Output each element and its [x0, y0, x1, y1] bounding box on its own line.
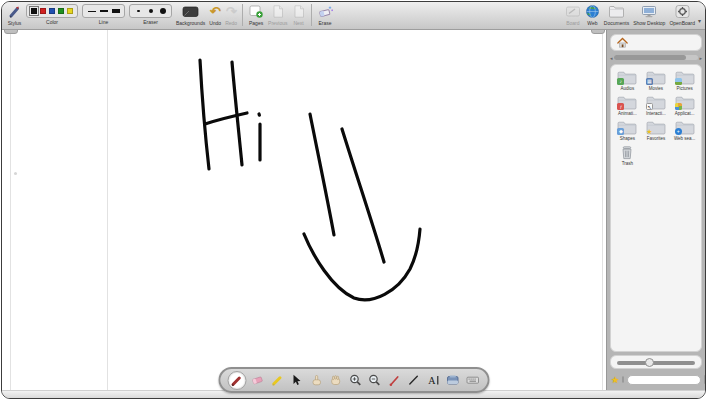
documents-mode-button[interactable]: Documents — [604, 4, 629, 26]
show-desktop-mode-button[interactable]: Show Desktop — [633, 4, 665, 26]
library-item-movies[interactable]: ▦Movies — [642, 70, 671, 92]
scrollbar-track[interactable] — [614, 55, 699, 60]
eraser-group: Eraser — [129, 4, 172, 25]
marker-icon — [270, 373, 284, 387]
library-item-trash[interactable]: Trash — [613, 145, 642, 167]
web-label: Web — [587, 20, 597, 26]
selector-tool[interactable] — [289, 372, 305, 388]
color-swatches — [26, 4, 78, 18]
library-item-interactivities[interactable]: ↖Interacti... — [642, 95, 671, 117]
library-panel: ◂ ▸ ♪Audios▦MoviesPicturesfAnimati...↖In… — [606, 30, 705, 390]
library-path-scrollbar[interactable]: ◂ ▸ — [610, 54, 702, 61]
zoom-out-tool[interactable] — [367, 372, 383, 388]
pages-button[interactable]: Pages — [248, 4, 264, 26]
hand-tool[interactable] — [328, 372, 344, 388]
eraser-options — [129, 4, 172, 18]
page-boundary-right — [602, 30, 603, 390]
undo-button[interactable]: ↶ Undo — [209, 4, 221, 26]
library-item-audios[interactable]: ♪Audios — [613, 70, 642, 92]
toolbar-overflow-caret[interactable]: ▾ — [698, 17, 701, 24]
pages-icon — [248, 4, 264, 19]
library-item-favorites[interactable]: ★Favorites — [642, 120, 671, 142]
scroll-right-arrow-icon[interactable]: ▸ — [699, 55, 702, 61]
zoom-in-tool[interactable] — [347, 372, 363, 388]
eraser-label: Eraser — [143, 19, 158, 25]
eraser-size-large[interactable] — [158, 6, 167, 16]
home-icon — [616, 36, 629, 49]
play-tool[interactable] — [308, 372, 324, 388]
library-item-label: Pictures — [677, 86, 693, 92]
capture-tool[interactable] — [445, 372, 461, 388]
library-item-pictures[interactable]: Pictures — [670, 70, 699, 92]
marker-tool[interactable] — [269, 372, 285, 388]
line-tool[interactable] — [406, 372, 422, 388]
library-item-animations[interactable]: fAnimati... — [613, 95, 642, 117]
stylus-toolbar: A — [218, 367, 489, 393]
color-swatch-blue[interactable] — [49, 8, 55, 14]
library-item-web-search[interactable]: +Web sea... — [670, 120, 699, 142]
line-width-thick[interactable] — [111, 6, 120, 16]
undo-label: Undo — [209, 20, 221, 26]
play-icon — [309, 373, 323, 387]
scrollbar-handle[interactable] — [614, 55, 686, 60]
color-group: Color — [26, 4, 78, 25]
selector-icon — [290, 373, 304, 387]
erase-button[interactable]: Erase — [317, 4, 334, 26]
stylus-button[interactable]: Stylus — [7, 4, 22, 26]
eraser-size-medium[interactable] — [146, 6, 155, 16]
openboard-window: Stylus Color Line Eraser Backgrounds ↶ U… — [1, 1, 706, 399]
documents-folder-icon — [608, 4, 625, 19]
next-page-button[interactable]: Next — [292, 4, 306, 26]
color-swatch-black[interactable] — [31, 8, 37, 14]
library-item-label: Animati... — [618, 111, 637, 117]
library-home-button[interactable] — [610, 34, 702, 51]
openboard-settings-button[interactable]: OpenBoard — [669, 4, 695, 26]
slider-track[interactable] — [617, 361, 695, 365]
pen-icon — [230, 373, 244, 387]
zoom-out-icon — [368, 373, 382, 387]
library-item-shapes[interactable]: ◆Shapes — [613, 120, 642, 142]
toolbar-separator-2 — [311, 4, 312, 26]
animations-folder-icon: f — [617, 95, 637, 110]
interactivities-folder-icon: ↖ — [646, 95, 666, 110]
color-swatch-yellow[interactable] — [67, 8, 73, 14]
laser-pointer-tool[interactable] — [386, 372, 402, 388]
eraser-tool[interactable] — [250, 372, 266, 388]
color-swatch-green[interactable] — [58, 8, 64, 14]
zoom-in-icon — [348, 373, 362, 387]
line-group: Line — [82, 4, 125, 25]
board-canvas[interactable] — [2, 30, 705, 390]
openboard-label: OpenBoard — [669, 20, 695, 26]
web-search-folder-icon: + — [675, 120, 695, 135]
pen-tool[interactable] — [227, 371, 246, 390]
redo-button[interactable]: ↷ Redo — [225, 4, 237, 26]
board-mode-button[interactable]: Board — [565, 4, 581, 26]
color-label: Color — [46, 19, 58, 25]
scroll-left-arrow-icon[interactable]: ◂ — [610, 55, 613, 61]
eraser-icon — [251, 373, 265, 387]
virtual-keyboard-icon — [465, 373, 479, 387]
line-width-thin[interactable] — [87, 6, 96, 16]
slider-knob[interactable] — [645, 358, 654, 367]
laser-pointer-icon — [387, 373, 401, 387]
favorites-star-icon[interactable]: ★ — [611, 375, 619, 385]
svg-text:A: A — [428, 375, 436, 386]
text-tool[interactable]: A — [425, 372, 441, 388]
next-page-label: Next — [293, 20, 303, 26]
library-item-applications[interactable]: Applicat... — [670, 95, 699, 117]
library-search-input[interactable] — [627, 375, 701, 385]
backgrounds-button[interactable]: Backgrounds — [176, 4, 205, 26]
line-icon — [407, 373, 421, 387]
previous-page-button[interactable]: Previous — [268, 4, 287, 26]
library-item-label: Trash — [622, 161, 633, 167]
trash-small-icon[interactable] — [704, 375, 706, 384]
new-folder-icon[interactable] — [622, 376, 624, 383]
web-mode-button[interactable]: Web — [585, 4, 600, 26]
color-swatch-red[interactable] — [40, 8, 46, 14]
eraser-size-small[interactable] — [134, 6, 143, 16]
line-label: Line — [99, 19, 108, 25]
virtual-keyboard-tool[interactable] — [464, 372, 480, 388]
show-desktop-icon — [641, 4, 657, 19]
icon-size-slider[interactable] — [610, 355, 702, 369]
line-width-medium[interactable] — [99, 6, 108, 16]
